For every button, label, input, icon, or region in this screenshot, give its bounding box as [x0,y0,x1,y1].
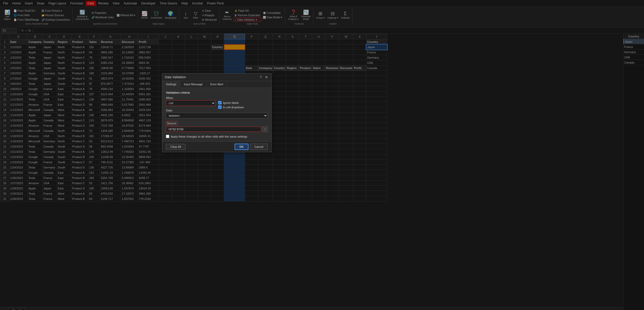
allow-select[interactable]: Any value Whole number Decimal List Date… [166,100,216,106]
ok-button[interactable]: OK [235,144,248,150]
dialog-help-icon[interactable]: ? [259,75,263,79]
apply-changes-checkbox[interactable] [166,135,169,138]
ignore-blank-checkbox[interactable] [218,101,222,104]
dialog-footer: Clear All OK Cancel [162,141,271,152]
data-validation-dialog: Data Validation ? ✕ Settings Input Messa… [162,73,272,152]
source-range-button[interactable]: ↑ [262,126,268,132]
in-cell-dropdown-checkbox-label[interactable]: In-cell dropdown [218,105,268,109]
data-label: Data: [166,109,268,112]
apply-changes-label[interactable]: Apply these changes to all other cells w… [166,135,268,138]
clear-all-button[interactable]: Clear All [166,144,185,150]
source-input[interactable] [166,127,261,132]
dialog-body: Validation criteria Allow: Any value Who… [162,88,271,141]
dialog-title-bar: Data Validation ? ✕ [162,74,271,81]
data-select[interactable]: between [166,113,268,119]
validation-criteria-title: Validation criteria [166,91,268,94]
dialog-title-text: Data Validation [165,75,186,79]
modal-overlay: Data Validation ? ✕ Settings Input Messa… [0,0,644,310]
cancel-button[interactable]: Cancel [250,144,268,150]
dialog-tab-input-message[interactable]: Input Message [180,81,207,88]
source-label: Source: [166,121,178,125]
dialog-tab-settings[interactable]: Settings [162,81,180,88]
ignore-blank-checkbox-label[interactable]: Ignore blank [218,101,268,104]
dialog-close-icon[interactable]: ✕ [264,75,269,79]
allow-label: Allow: [166,96,216,99]
in-cell-dropdown-checkbox[interactable] [218,105,222,109]
dialog-tab-error-alert[interactable]: Error Alert [207,81,227,88]
dialog-tabs: Settings Input Message Error Alert [162,81,271,88]
